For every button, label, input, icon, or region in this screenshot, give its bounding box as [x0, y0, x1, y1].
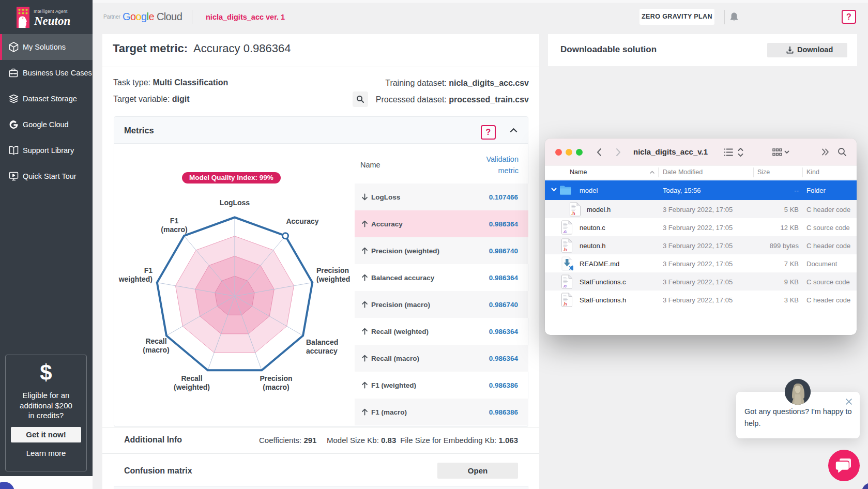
svg-text:.h: .h	[563, 247, 567, 252]
svg-text:(macro): (macro)	[143, 346, 169, 354]
svg-text:(macro): (macro)	[161, 225, 187, 234]
svg-text:Recall: Recall	[181, 374, 202, 383]
svg-text:Balanced: Balanced	[306, 338, 338, 346]
svg-text:weighted): weighted)	[118, 275, 153, 283]
svg-text:(macro): (macro)	[263, 383, 289, 391]
svg-text:accuracy: accuracy	[306, 347, 338, 355]
svg-text:LogLoss: LogLoss	[220, 198, 250, 207]
svg-text:.c: .c	[563, 229, 567, 234]
svg-text:Precision: Precision	[260, 374, 292, 383]
svg-text:.h: .h	[563, 301, 567, 307]
svg-text:Recall: Recall	[145, 337, 166, 345]
svg-text:.c: .c	[563, 283, 567, 288]
svg-text:F1: F1	[170, 217, 179, 225]
svg-text:Precision: Precision	[316, 266, 349, 274]
svg-text:(weighted: (weighted	[316, 275, 350, 283]
svg-text:F1: F1	[144, 266, 153, 274]
svg-text:.h: .h	[571, 211, 575, 216]
svg-text:Accuracy: Accuracy	[286, 217, 318, 225]
svg-text:(weighted): (weighted)	[174, 383, 210, 391]
